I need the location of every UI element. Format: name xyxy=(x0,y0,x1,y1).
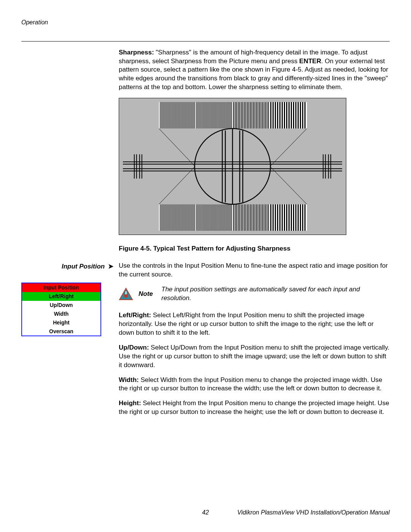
left-right-text: Select Left/Right from the Input Positio… xyxy=(119,312,374,336)
sharpness-label: Sharpness: xyxy=(119,49,154,56)
input-position-intro: Use the controls in the Input Position M… xyxy=(119,262,390,279)
arrow-right-icon: ➤ xyxy=(108,262,113,271)
figure-wrapper xyxy=(119,98,390,238)
height-text: Select Height from the Input Position me… xyxy=(119,399,389,415)
menu-item: Up/Down xyxy=(22,301,100,310)
footer-title: Vidikron PlasmaView VHD Installation/Ope… xyxy=(237,508,390,517)
sharpness-paragraph: Sharpness: "Sharpness" is the amount of … xyxy=(119,48,390,92)
right-column-2: Use the controls in the Input Position M… xyxy=(119,262,390,423)
up-down-label: Up/Down: xyxy=(119,344,149,351)
height-paragraph: Height: Select Height from the Input Pos… xyxy=(119,399,390,417)
side-heading-wrap: Input Position ➤ Input Position Left/Rig… xyxy=(21,262,116,423)
left-right-paragraph: Left/Right: Select Left/Right from the I… xyxy=(119,311,390,337)
note-text: The input position settings are automati… xyxy=(161,285,390,303)
side-heading: Input Position ➤ xyxy=(21,262,116,271)
height-label: Height: xyxy=(119,399,141,407)
figure-caption: Figure 4-5. Typical Test Pattern for Adj… xyxy=(119,244,390,253)
side-heading-label: Input Position xyxy=(62,263,105,270)
header-rule xyxy=(21,41,390,42)
width-paragraph: Width: Select Width from the Input Posit… xyxy=(119,376,390,393)
left-right-label: Left/Right: xyxy=(119,312,151,319)
width-text: Select Width from the Input Position men… xyxy=(119,376,382,392)
note-label: Note xyxy=(139,290,156,299)
page-number: 42 xyxy=(202,508,209,517)
menu-item: Overscan xyxy=(22,327,100,336)
menu-selected-item: Left/Right xyxy=(22,292,100,301)
menu-item: Width xyxy=(22,310,100,318)
svg-rect-265 xyxy=(126,291,127,294)
up-down-paragraph: Up/Down: Select Up/Down from the Input P… xyxy=(119,343,390,370)
svg-point-264 xyxy=(124,294,128,298)
up-down-text: Select Up/Down from the Input Position m… xyxy=(119,344,389,369)
note-row: Note The input position settings are aut… xyxy=(119,285,390,303)
right-column: Sharpness: "Sharpness" is the amount of … xyxy=(119,48,390,262)
sharpness-enter: ENTER xyxy=(299,58,321,65)
section-header: Operation xyxy=(21,18,390,27)
menu-item: Height xyxy=(22,318,100,327)
caution-triangle-icon xyxy=(119,288,133,300)
left-column xyxy=(21,48,116,262)
menu-box: Input Position Left/Right Up/Down Width … xyxy=(21,283,101,336)
test-pattern-image xyxy=(119,98,346,235)
width-label: Width: xyxy=(119,376,139,383)
menu-title: Input Position xyxy=(22,283,100,292)
content-grid: Sharpness: "Sharpness" is the amount of … xyxy=(21,48,390,423)
footer: 42 Vidikron PlasmaView VHD Installation/… xyxy=(21,508,390,517)
